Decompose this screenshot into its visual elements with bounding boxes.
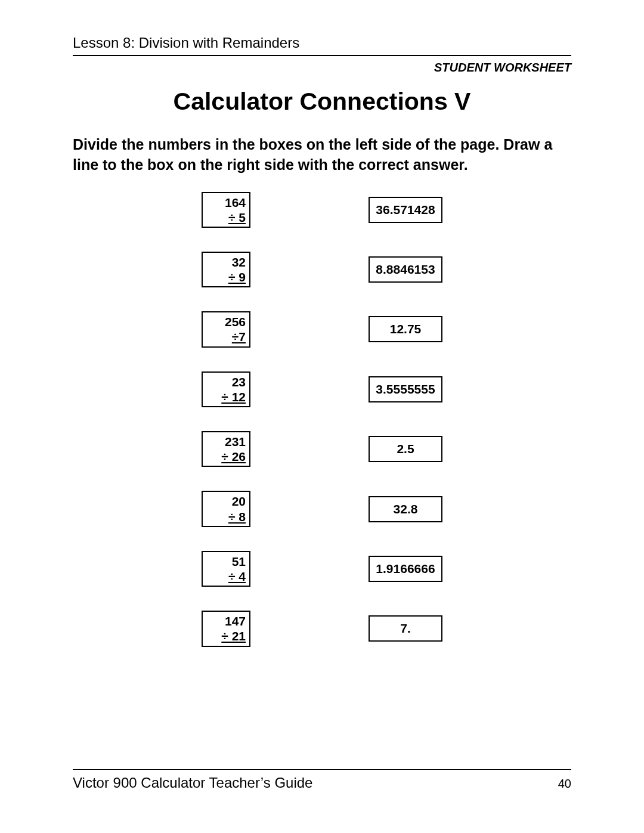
problem-row: 164 ÷ 5 36.571428 <box>73 192 571 228</box>
footer: Victor 900 Calculator Teacher’s Guide 40 <box>73 769 571 791</box>
divisor: ÷ 21 <box>206 628 246 643</box>
instructions: Divide the numbers in the boxes on the l… <box>73 135 571 175</box>
lesson-header: Lesson 8: Division with Remainders <box>73 35 571 56</box>
divisor: ÷ 26 <box>206 449 246 464</box>
answer-box: 32.8 <box>369 496 442 522</box>
dividend: 32 <box>206 255 246 270</box>
answer-box: 12.75 <box>369 316 442 342</box>
division-box: 164 ÷ 5 <box>202 192 250 228</box>
page-title: Calculator Connections V <box>73 88 571 116</box>
problem-row: 256 ÷7 12.75 <box>73 311 571 347</box>
division-box: 32 ÷ 9 <box>202 252 250 287</box>
dividend: 164 <box>206 195 246 210</box>
dividend: 147 <box>206 614 246 628</box>
worksheet-label: STUDENT WORKSHEET <box>73 61 571 75</box>
problem-row: 51 ÷ 4 1.9166666 <box>73 551 571 587</box>
answer-box: 2.5 <box>369 436 442 462</box>
dividend: 23 <box>206 374 246 389</box>
problem-rows: 164 ÷ 5 36.571428 32 ÷ 9 8.8846153 256 ÷… <box>73 192 571 647</box>
footer-guide-title: Victor 900 Calculator Teacher’s Guide <box>73 775 312 791</box>
problem-row: 32 ÷ 9 8.8846153 <box>73 252 571 287</box>
answer-box: 1.9166666 <box>369 556 442 582</box>
divisor: ÷ 5 <box>206 210 246 225</box>
division-box: 51 ÷ 4 <box>202 551 250 587</box>
answer-box: 8.8846153 <box>369 256 442 283</box>
divisor: ÷ 8 <box>206 509 246 524</box>
dividend: 51 <box>206 554 246 569</box>
problem-row: 147 ÷ 21 7. <box>73 611 571 646</box>
problem-row: 231 ÷ 26 2.5 <box>73 431 571 467</box>
division-box: 23 ÷ 12 <box>202 371 250 407</box>
divisor: ÷ 9 <box>206 270 246 284</box>
problem-row: 20 ÷ 8 32.8 <box>73 491 571 527</box>
division-box: 20 ÷ 8 <box>202 491 250 527</box>
footer-page-number: 40 <box>558 777 571 791</box>
dividend: 20 <box>206 494 246 509</box>
dividend: 231 <box>206 434 246 449</box>
division-box: 147 ÷ 21 <box>202 611 250 646</box>
dividend: 256 <box>206 314 246 329</box>
problem-row: 23 ÷ 12 3.5555555 <box>73 371 571 407</box>
answer-box: 36.571428 <box>369 197 442 223</box>
divisor: ÷ 4 <box>206 569 246 584</box>
division-box: 231 ÷ 26 <box>202 431 250 467</box>
answer-box: 7. <box>369 615 442 642</box>
division-box: 256 ÷7 <box>202 311 250 347</box>
answer-box: 3.5555555 <box>369 376 442 402</box>
divisor: ÷ 12 <box>206 389 246 404</box>
divisor: ÷7 <box>206 329 246 344</box>
